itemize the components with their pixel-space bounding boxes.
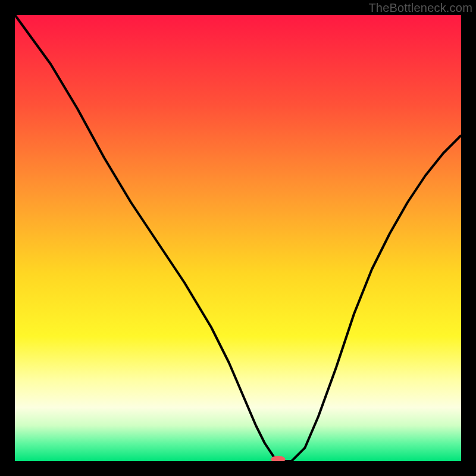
- gradient-background: [15, 15, 461, 461]
- watermark-text: TheBottleneck.com: [368, 1, 472, 15]
- chart-svg: [15, 15, 461, 461]
- bottleneck-chart: [15, 15, 461, 461]
